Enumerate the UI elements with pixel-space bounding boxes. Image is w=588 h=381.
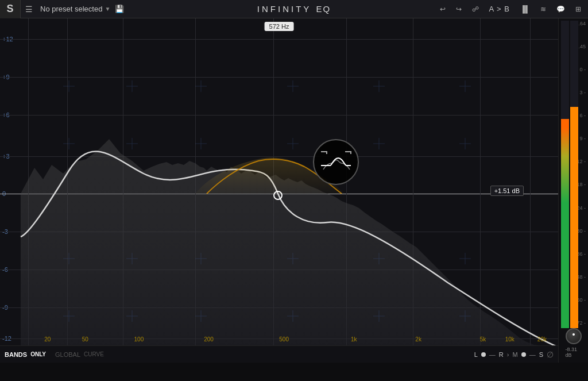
freq-tick-20: 20 bbox=[44, 336, 51, 342]
freq-tooltip: 572 Hz bbox=[265, 22, 294, 31]
meter-fill-left bbox=[561, 119, 569, 328]
meter-db-reading: -8.31 dB bbox=[566, 347, 582, 358]
freq-tick-5k: 5k bbox=[480, 336, 486, 342]
global-label[interactable]: GLOBAL bbox=[55, 351, 80, 358]
app-title: INFINITY bbox=[257, 4, 312, 14]
ab-button[interactable]: A > B bbox=[487, 3, 512, 14]
logo: S bbox=[6, 3, 13, 15]
freq-tick-1k: 1k bbox=[351, 336, 357, 342]
eq-main: 572 Hz +12 +9 +6 +3 0 -3 -6 -9 -12 bbox=[0, 18, 588, 363]
meter-bar-left bbox=[561, 21, 569, 328]
bands-only-label[interactable]: BANDS bbox=[5, 351, 27, 358]
freq-tick-50: 50 bbox=[82, 336, 88, 342]
gain-tooltip: +1.51 dB bbox=[490, 186, 524, 196]
lr-controls: L — R › M — S ∅ bbox=[474, 350, 554, 359]
routing-button[interactable]: ≋ bbox=[538, 4, 548, 14]
power-knob-area: -8.31 dB bbox=[566, 328, 582, 358]
freq-axis: 20 50 100 200 500 1k 2k 5k 10k 20k bbox=[21, 336, 558, 345]
power-knob[interactable] bbox=[566, 328, 582, 344]
save-icon[interactable]: 💾 bbox=[115, 5, 124, 13]
freq-tick-100: 100 bbox=[134, 336, 144, 342]
dash2-label: — bbox=[529, 351, 536, 358]
chat-button[interactable]: 💬 bbox=[554, 4, 567, 14]
curve-label[interactable]: CURVE bbox=[84, 351, 104, 357]
link-button[interactable]: ☍ bbox=[470, 4, 481, 14]
meter-fill-right bbox=[570, 107, 578, 328]
arrow-label: › bbox=[507, 351, 509, 358]
topbar: S ☰ No preset selected ▼ 💾 INFINITY EQ ↩… bbox=[0, 0, 588, 18]
right-meter: -2.64 -2.45 - 0 - - 3 - - 6 - - 9 - - 12… bbox=[558, 18, 588, 363]
meter-bar-right bbox=[570, 21, 578, 328]
r-label: R bbox=[499, 351, 504, 358]
l-label: L bbox=[474, 351, 478, 358]
l-dot[interactable] bbox=[481, 352, 486, 357]
meter-button[interactable]: ▐▌ bbox=[518, 4, 532, 14]
logo-area: S bbox=[0, 0, 21, 18]
freq-tick-10k: 10k bbox=[505, 336, 514, 342]
redo-button[interactable]: ↪ bbox=[454, 4, 464, 14]
undo-button[interactable]: ↩ bbox=[438, 4, 448, 14]
bottom-bar: BANDS ONLY GLOBAL CURVE L — R › M — S ∅ bbox=[0, 345, 558, 363]
only-label[interactable]: ONLY bbox=[30, 351, 46, 357]
m-label: M bbox=[512, 351, 517, 358]
freq-tick-2k: 2k bbox=[415, 336, 421, 342]
eq-band-cursor[interactable] bbox=[273, 191, 283, 200]
null-icon[interactable]: ∅ bbox=[547, 350, 554, 359]
expand-button[interactable]: ⊞ bbox=[573, 4, 583, 14]
preset-name: No preset selected bbox=[40, 5, 102, 13]
right-controls: ↩ ↪ ☍ A > B ▐▌ ≋ 💬 ⊞ bbox=[438, 3, 583, 14]
ms-dot[interactable] bbox=[521, 352, 526, 357]
menu-button[interactable]: ☰ bbox=[21, 0, 37, 18]
freq-tick-20k: 20k bbox=[537, 336, 547, 342]
band-type-selector[interactable] bbox=[313, 139, 359, 185]
preset-dropdown-icon: ▼ bbox=[105, 6, 110, 12]
dash-label: — bbox=[489, 351, 496, 358]
app-title-eq: EQ bbox=[312, 4, 331, 14]
freq-tick-500: 500 bbox=[279, 336, 289, 342]
s-label: S bbox=[539, 351, 543, 358]
preset-selector[interactable]: No preset selected ▼ 💾 bbox=[37, 5, 127, 13]
freq-tick-200: 200 bbox=[204, 336, 214, 342]
app-title-area: INFINITY EQ bbox=[257, 4, 331, 14]
eq-canvas[interactable]: 572 Hz +12 +9 +6 +3 0 -3 -6 -9 -12 bbox=[0, 18, 558, 363]
power-knob-indicator bbox=[572, 333, 575, 336]
